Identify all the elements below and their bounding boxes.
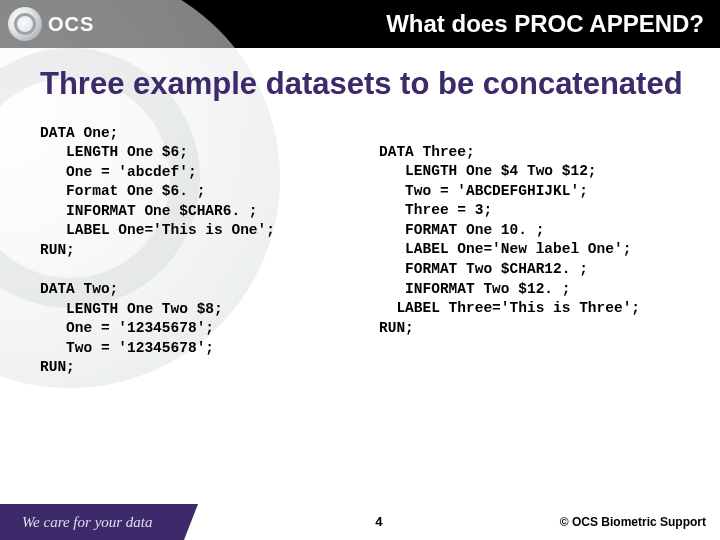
- content-area: Three example datasets to be concatenate…: [0, 48, 720, 504]
- page-number: 4: [198, 515, 560, 530]
- code-columns: DATA One; LENGTH One $6; One = 'abcdef';…: [40, 124, 698, 378]
- footer-copyright: © OCS Biometric Support: [560, 515, 720, 529]
- section-title: Three example datasets to be concatenate…: [40, 66, 698, 102]
- footer-accent: [0, 504, 18, 540]
- footer-tagline: We care for your data: [18, 504, 198, 540]
- code-block-right: DATA Three; LENGTH One $4 Two $12; Two =…: [379, 124, 698, 378]
- footer-bar: We care for your data 4 © OCS Biometric …: [0, 504, 720, 540]
- page-title: What does PROC APPEND?: [386, 10, 704, 38]
- code-block-left: DATA One; LENGTH One $6; One = 'abcdef';…: [40, 124, 359, 378]
